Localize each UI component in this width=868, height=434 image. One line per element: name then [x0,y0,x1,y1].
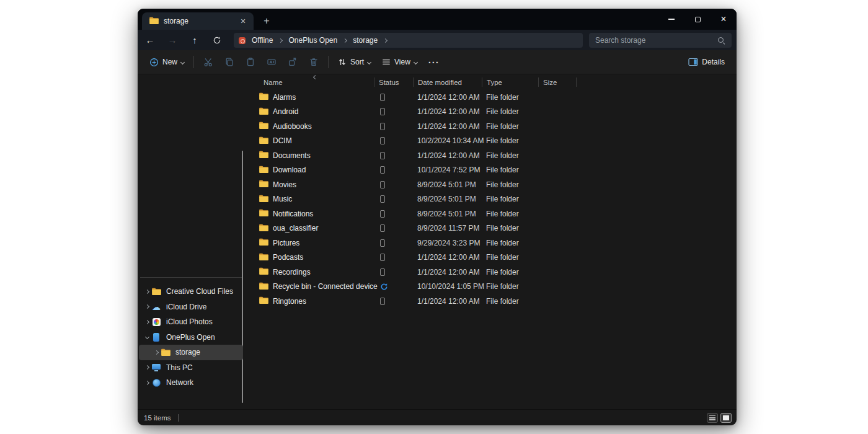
date-modified-cell: 10/2/2024 10:34 AM [413,136,482,145]
date-modified-cell: 8/9/2024 5:01 PM [413,180,482,189]
folder-icon [259,122,268,131]
folder-icon [259,136,268,146]
file-name: Android [273,107,298,116]
minimize-button[interactable] [658,9,684,30]
view-button[interactable]: View [376,53,423,71]
device-status-icon [380,94,385,101]
table-row[interactable]: Recycle bin - Connected device 10/10/202… [248,280,737,294]
column-header-date-modified[interactable]: Date modified [413,78,482,87]
table-row[interactable]: Download 10/1/2024 7:52 PM File folder [248,163,737,178]
column-header-type[interactable]: Type [482,78,538,87]
forward-button[interactable]: → [162,32,182,48]
chevron-down-icon [180,60,185,64]
expand-chevron-icon[interactable] [143,381,151,384]
table-row[interactable]: Alarms 1/1/2024 12:00 AM File folder [248,90,737,105]
sidebar-item-storage[interactable]: storage [139,345,243,360]
delete-button[interactable] [303,53,324,71]
folder-icon [259,180,268,189]
expand-chevron-icon[interactable] [152,351,161,354]
tab-storage[interactable]: storage × [142,12,254,30]
breadcrumb-offline[interactable]: Offline [250,35,275,45]
table-row[interactable]: Audiobooks 1/1/2024 12:00 AM File folder [248,119,737,134]
photos-icon [151,317,161,327]
sidebar-item-label: Network [166,378,193,387]
table-row[interactable]: Movies 8/9/2024 5:01 PM File folder [248,177,737,192]
sidebar-item-this-pc[interactable]: This PC [139,360,243,376]
toolbar-separator [328,56,329,68]
list-column-headers: Name Status Date modified Type Size [248,74,737,90]
sync-icon [380,283,388,291]
folder-icon [259,238,268,247]
file-list-pane: Name Status Date modified Type Size Alar… [248,74,737,409]
file-name: Movies [273,180,296,189]
sidebar-item-icloud-drive[interactable]: ☁ iCloud Drive [139,299,243,315]
more-options-button[interactable]: ··· [423,53,445,71]
sort-button[interactable]: Sort [332,53,376,71]
back-button[interactable]: ← [140,32,160,48]
status-cell [374,181,413,188]
type-cell: File folder [482,239,538,247]
sidebar-item-icloud-photos[interactable]: iCloud Photos [139,314,243,330]
table-row[interactable]: Music 8/9/2024 5:01 PM File folder [248,192,737,207]
rename-button[interactable] [261,53,282,71]
expand-chevron-icon[interactable] [143,290,151,293]
expand-chevron-icon[interactable] [143,321,151,324]
copy-button[interactable] [219,53,240,71]
expand-chevron-icon[interactable] [143,335,151,339]
expand-chevron-icon[interactable] [143,305,151,308]
new-tab-button[interactable]: + [259,14,274,28]
chevron-down-icon [367,60,371,64]
navigation-bar: ← → ↑ Offline OnePlus Open storage Searc… [138,30,737,50]
search-input[interactable]: Search storage [589,33,732,48]
chevron-right-icon [278,38,283,42]
breadcrumb[interactable]: Offline OnePlus Open storage [234,33,583,48]
table-row[interactable]: Pictures 9/29/2024 3:23 PM File folder [248,236,737,250]
table-row[interactable]: oua_classifier 8/9/2024 11:57 PM File fo… [248,221,737,236]
refresh-button[interactable] [207,32,227,48]
chevron-right-icon [383,38,388,42]
folder-icon [259,195,268,204]
offline-status-icon [239,37,246,44]
column-header-status[interactable]: Status [374,78,413,87]
folder-icon [259,151,268,160]
breadcrumb-oneplus-open[interactable]: OnePlus Open [286,35,339,45]
breadcrumb-storage[interactable]: storage [351,35,379,45]
expand-chevron-icon[interactable] [143,366,151,369]
details-pane-icon [688,58,698,66]
rename-icon [267,57,277,67]
sidebar-item-label: This PC [166,363,193,372]
cut-button[interactable] [198,53,219,71]
paste-button[interactable] [240,53,261,71]
details-pane-button[interactable]: Details [683,53,730,71]
up-button[interactable]: ↑ [185,32,205,48]
table-row[interactable]: DCIM 10/2/2024 10:34 AM File folder [248,134,737,149]
table-row[interactable]: Recordings 1/1/2024 12:00 AM File folder [248,265,737,280]
column-header-size[interactable]: Size [538,78,577,87]
table-row[interactable]: Documents 1/1/2024 12:00 AM File folder [248,148,737,163]
share-button[interactable] [282,53,303,71]
folder-icon [259,166,268,175]
status-cell [374,239,413,247]
sidebar-item-creative-cloud-files[interactable]: Creative Cloud Files [139,284,243,299]
type-cell: File folder [482,107,538,116]
details-view-toggle[interactable] [707,413,718,423]
close-button[interactable]: × [711,9,737,30]
sidebar-item-oneplus-open[interactable]: OnePlus Open [139,330,243,345]
device-status-icon [380,254,385,261]
close-tab-icon[interactable]: × [237,16,249,27]
column-header-name[interactable]: Name [248,78,374,87]
table-row[interactable]: Notifications 8/9/2024 5:01 PM File fold… [248,206,737,221]
status-cell [374,210,413,218]
folder-icon [259,209,268,218]
table-row[interactable]: Android 1/1/2024 12:00 AM File folder [248,105,737,120]
new-button[interactable]: New [144,53,190,71]
table-row[interactable]: Ringtones 1/1/2024 12:00 AM File folder [248,294,737,309]
sidebar-item-network[interactable]: Network [139,375,243,391]
date-modified-cell: 8/9/2024 5:01 PM [413,210,482,218]
table-row[interactable]: Podcasts 1/1/2024 12:00 AM File folder [248,250,737,265]
folder-icon [259,267,268,277]
file-name: Recordings [273,268,311,277]
maximize-button[interactable] [684,9,711,30]
chevron-down-icon [414,60,418,64]
large-thumbnails-view-toggle[interactable] [720,413,732,423]
